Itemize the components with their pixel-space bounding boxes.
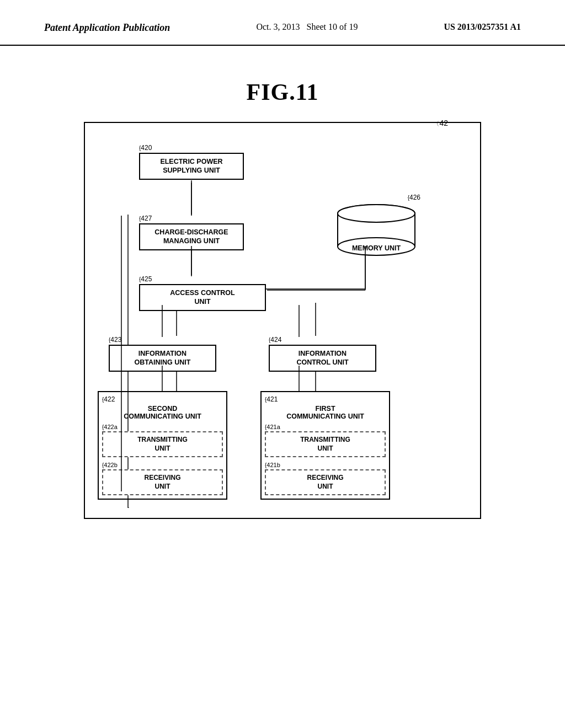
charge-discharge-block: {427 CHARGE-DISCHARGE MANAGING UNIT bbox=[139, 215, 244, 250]
memory-unit-block: {426 bbox=[332, 194, 420, 252]
publication-date-sheet: Oct. 3, 2013 Sheet 10 of 19 bbox=[256, 22, 358, 32]
publication-label: Patent Application Publication bbox=[44, 22, 170, 34]
sheet-info: Sheet 10 of 19 bbox=[307, 22, 358, 31]
second-comm-receiving: RECEIVING UNIT bbox=[102, 469, 223, 495]
svg-point-15 bbox=[338, 205, 415, 222]
diagram-container: 〈42 bbox=[84, 122, 481, 519]
info-obtaining-label: INFORMATION OBTAINING UNIT bbox=[109, 345, 216, 372]
electric-power-block: {420 ELECTRIC POWER SUPPLYING UNIT bbox=[139, 144, 244, 180]
info-control-label: INFORMATION CONTROL UNIT bbox=[269, 345, 376, 372]
info-obtaining-block: {423 INFORMATION OBTAINING UNIT bbox=[109, 336, 216, 372]
second-comm-block: {422 SECOND COMMUNICATING UNIT {422a TRA… bbox=[98, 391, 227, 500]
access-control-label: ACCESS CONTROL UNIT bbox=[139, 284, 266, 311]
figure-title: FIG.11 bbox=[0, 79, 565, 105]
diagram-area: 〈42 bbox=[0, 122, 565, 519]
memory-unit-label: MEMORY UNIT bbox=[332, 244, 420, 252]
second-comm-label: SECOND COMMUNICATING UNIT bbox=[102, 405, 223, 420]
diagram-inner: {420 ELECTRIC POWER SUPPLYING UNIT {427 … bbox=[95, 133, 470, 508]
publication-date: Oct. 3, 2013 bbox=[256, 22, 300, 31]
first-comm-block: {421 FIRST COMMUNICATING UNIT {421a TRAN… bbox=[260, 391, 390, 500]
charge-discharge-label: CHARGE-DISCHARGE MANAGING UNIT bbox=[139, 223, 244, 250]
outer-box: {420 ELECTRIC POWER SUPPLYING UNIT {427 … bbox=[84, 122, 481, 519]
second-comm-transmitting: TRANSMITTING UNIT bbox=[102, 431, 223, 457]
page-header: Patent Application Publication Oct. 3, 2… bbox=[0, 0, 565, 46]
electric-power-label: ELECTRIC POWER SUPPLYING UNIT bbox=[139, 153, 244, 180]
first-comm-receiving: RECEIVING UNIT bbox=[265, 469, 386, 495]
access-control-block: {425 ACCESS CONTROL UNIT bbox=[139, 275, 266, 311]
first-comm-label: FIRST COMMUNICATING UNIT bbox=[265, 405, 386, 420]
patent-number: US 2013/0257351 A1 bbox=[444, 22, 521, 32]
first-comm-transmitting: TRANSMITTING UNIT bbox=[265, 431, 386, 457]
info-control-block: {424 INFORMATION CONTROL UNIT bbox=[269, 336, 376, 372]
